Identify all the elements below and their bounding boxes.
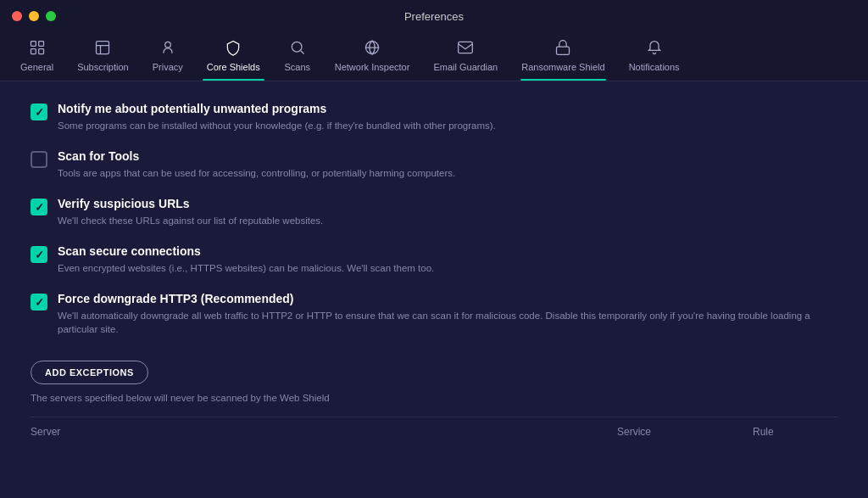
scans-icon (289, 39, 306, 59)
nav-label-email-guardian: Email Guardian (433, 62, 498, 72)
nav-item-general[interactable]: General (8, 32, 65, 81)
verify-urls-desc: We'll check these URLs against our list … (58, 214, 837, 227)
exceptions-desc: The servers specified below will never b… (31, 393, 837, 403)
window-title: Preferences (404, 10, 464, 23)
checkbox-row-force-downgrade: ✓ Force downgrade HTTP3 (Recommended) We… (31, 292, 837, 336)
nav-label-notifications: Notifications (629, 62, 680, 72)
checkbox-row-verify-urls: ✓ Verify suspicious URLs We'll check the… (31, 197, 837, 227)
general-icon (29, 39, 46, 59)
force-downgrade-label: Force downgrade HTTP3 (Recommended) (58, 292, 837, 305)
nav-item-notifications[interactable]: Notifications (617, 32, 692, 81)
pup-label: Notify me about potentially unwanted pro… (58, 102, 837, 115)
svg-rect-0 (31, 42, 36, 47)
checkbox-row-scan-tools: Scan for Tools Tools are apps that can b… (31, 149, 837, 180)
verify-urls-label: Verify suspicious URLs (58, 197, 837, 210)
checkbox-row-pup: ✓ Notify me about potentially unwanted p… (31, 102, 837, 132)
svg-rect-1 (38, 42, 43, 47)
nav-item-privacy[interactable]: Privacy (141, 32, 195, 81)
privacy-icon (159, 39, 176, 59)
nav-label-general: General (20, 62, 53, 72)
svg-rect-7 (459, 42, 473, 53)
nav-label-core-shields: Core Shields (207, 62, 260, 72)
checkbox-force-downgrade[interactable]: ✓ (31, 294, 47, 311)
subscription-icon (94, 39, 111, 59)
nav-item-network-inspector[interactable]: Network Inspector (323, 32, 422, 81)
force-downgrade-desc: We'll automatically downgrade all web tr… (58, 309, 837, 336)
checkbox-row-scan-secure: ✓ Scan secure connections Even encrypted… (31, 244, 837, 275)
svg-rect-3 (38, 49, 43, 54)
minimize-button[interactable] (29, 11, 39, 21)
col-header-server: Server (31, 426, 617, 438)
nav-label-subscription: Subscription (77, 62, 129, 72)
nav-label-privacy: Privacy (153, 62, 183, 72)
checkbox-verify-urls[interactable]: ✓ (31, 199, 47, 215)
maximize-button[interactable] (46, 11, 56, 21)
exceptions-table-header: Server Service Rule (31, 417, 837, 438)
scan-secure-desc: Even encrypted websites (i.e., HTTPS web… (58, 261, 837, 275)
checkbox-scan-tools[interactable] (31, 151, 47, 168)
svg-point-4 (164, 42, 170, 48)
add-exceptions-button[interactable]: ADD EXCEPTIONS (31, 361, 148, 384)
network-icon (364, 39, 381, 59)
col-header-service: Service (617, 426, 753, 438)
title-bar: Preferences (0, 0, 868, 32)
nav-bar: General Subscription Privacy Core Shield… (0, 32, 868, 81)
content-area: ✓ Notify me about potentially unwanted p… (0, 81, 868, 495)
scan-tools-label: Scan for Tools (58, 149, 837, 163)
nav-item-scans[interactable]: Scans (272, 32, 323, 81)
close-button[interactable] (12, 11, 22, 21)
col-header-rule: Rule (753, 426, 837, 438)
email-icon (457, 39, 474, 59)
nav-item-subscription[interactable]: Subscription (65, 32, 141, 81)
pup-desc: Some programs can be installed without y… (58, 119, 837, 132)
svg-rect-2 (31, 49, 36, 54)
scan-tools-desc: Tools are apps that can be used for acce… (58, 166, 837, 180)
svg-rect-8 (557, 47, 570, 54)
nav-item-email-guardian[interactable]: Email Guardian (421, 32, 509, 81)
nav-label-ransomware-shield: Ransomware Shield (521, 62, 604, 72)
nav-label-scans: Scans (284, 62, 310, 72)
nav-label-network-inspector: Network Inspector (335, 62, 410, 72)
nav-item-ransomware-shield[interactable]: Ransomware Shield (509, 32, 616, 81)
scan-secure-label: Scan secure connections (58, 244, 837, 258)
svg-point-5 (292, 42, 302, 52)
notifications-icon (646, 39, 663, 59)
shield-icon (225, 39, 242, 59)
checkbox-scan-secure[interactable]: ✓ (31, 246, 47, 263)
nav-item-core-shields[interactable]: Core Shields (195, 32, 272, 81)
ransomware-icon (554, 39, 571, 59)
window-controls (12, 11, 56, 21)
checkbox-pup[interactable]: ✓ (31, 104, 47, 120)
